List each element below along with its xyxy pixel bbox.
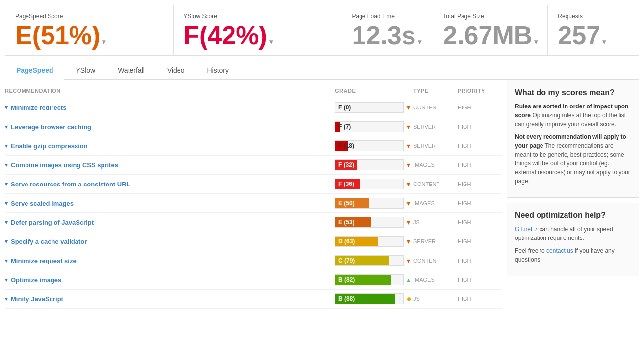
priority-cell: HIGH <box>458 238 502 244</box>
expand-arrow: ▾ <box>5 162 8 168</box>
grade-bar-text: F (7) <box>335 123 351 130</box>
pagespeed-score-label: PageSpeed Score <box>15 13 163 20</box>
row-text: Enable gzip compression <box>11 142 88 150</box>
expand-arrow: ▾ <box>5 200 8 207</box>
scores-meaning-p1: Rules are sorted in order of impact upon… <box>515 102 631 129</box>
grade-bar-wrap: F (7) ▾ <box>335 121 413 132</box>
tab-pagespeed[interactable]: PageSpeed <box>5 61 64 80</box>
expand-arrow: ▾ <box>5 238 8 245</box>
priority-cell: HIGH <box>458 124 502 130</box>
priority-cell: HIGH <box>458 143 502 149</box>
type-cell: CONTENT <box>413 258 458 264</box>
page-size-block[interactable]: Total Page Size 2.67MB▾ <box>433 5 548 55</box>
row-label[interactable]: ▾ Minimize request size <box>5 257 335 264</box>
optimization-help-title: Need optimization help? <box>515 211 631 220</box>
type-cell: IMAGES <box>413 200 458 206</box>
row-text: Minimize request size <box>11 257 77 264</box>
optimization-help-box: Need optimization help? GT.net can handl… <box>507 203 639 276</box>
grade-bar-text: D (63) <box>335 238 355 245</box>
tab-waterfall[interactable]: Waterfall <box>106 61 156 79</box>
tab-video[interactable]: Video <box>156 61 196 79</box>
scores-meaning-box: What do my scores mean? Rules are sorted… <box>507 80 639 198</box>
gtnet-link[interactable]: GT.net <box>515 226 538 233</box>
requests-value: 257▾ <box>558 23 629 48</box>
yslow-dropdown-arrow: ▾ <box>269 38 273 46</box>
requests-block[interactable]: Requests 257▾ <box>548 5 639 55</box>
page-size-arrow: ▾ <box>534 38 538 46</box>
priority-cell: HIGH <box>458 181 502 187</box>
type-cell: JS <box>413 296 458 302</box>
table-row: ▾ Enable gzip compression F (18) ▾ SERVE… <box>5 136 502 156</box>
requests-arrow: ▾ <box>602 38 606 46</box>
type-cell: SERVER <box>413 124 458 130</box>
row-text: Minimize redirects <box>11 104 66 111</box>
row-text: Specify a cache validator <box>11 238 87 245</box>
tab-history[interactable]: History <box>196 61 240 79</box>
grade-arrow-down: ▾ <box>407 257 410 264</box>
row-label[interactable]: ▾ Specify a cache validator <box>5 238 335 245</box>
type-cell: CONTENT <box>413 181 458 187</box>
scores-meaning-title: What do my scores mean? <box>515 88 631 97</box>
row-label[interactable]: ▾ Minimize redirects <box>5 104 335 111</box>
priority-cell: HIGH <box>458 258 502 264</box>
row-text: Minify JavaScript <box>11 295 63 303</box>
type-cell: SERVER <box>413 143 458 149</box>
pagespeed-score-block[interactable]: PageSpeed Score E(51%)▾ <box>5 5 174 55</box>
yslow-score-block[interactable]: YSlow Score F(42%)▾ <box>174 5 342 55</box>
priority-cell: HIGH <box>458 162 502 168</box>
grade-bar-container: F (36) <box>335 179 404 189</box>
table-header: RECOMMENDATION GRADE TYPE PRIORITY <box>5 84 502 98</box>
table-row: ▾ Specify a cache validator D (63) ▾ SER… <box>5 232 502 251</box>
row-label[interactable]: ▾ Serve scaled images <box>5 200 335 207</box>
grade-bar-wrap: F (0) ▾ <box>335 102 413 113</box>
type-cell: CONTENT <box>413 105 458 110</box>
grade-bar-text: F (36) <box>335 181 354 187</box>
p1-text: Optimizing rules at the top of the list … <box>515 112 626 128</box>
row-text: Leverage browser caching <box>11 123 91 131</box>
row-label[interactable]: ▾ Optimize images <box>5 276 335 284</box>
tab-yslow[interactable]: YSlow <box>64 61 106 79</box>
optimization-help-p2: Feel free to contact us if you have any … <box>515 246 631 264</box>
expand-arrow: ▾ <box>5 105 8 111</box>
grade-bar-wrap: F (32) ▾ <box>335 159 413 170</box>
contact-link[interactable]: contact us <box>546 247 573 254</box>
scores-panel: PageSpeed Score E(51%)▾ YSlow Score F(42… <box>5 5 639 56</box>
priority-cell: HIGH <box>458 219 502 225</box>
grade-bar-text: E (50) <box>335 200 355 207</box>
col-type: TYPE <box>413 88 458 94</box>
row-label[interactable]: ▾ Leverage browser caching <box>5 123 335 131</box>
row-label[interactable]: ▾ Serve resources from a consistent URL <box>5 181 335 188</box>
grade-bar-wrap: C (79) ▾ <box>335 255 413 266</box>
col-recommendation: RECOMMENDATION <box>5 88 335 94</box>
grade-bar-text: C (79) <box>335 257 355 264</box>
yslow-score-label: YSlow Score <box>183 13 332 20</box>
row-label[interactable]: ▾ Minify JavaScript <box>5 295 335 303</box>
optimization-help-p1: GT.net can handle all of your speed opti… <box>515 225 631 242</box>
metrics-blocks: Page Load Time 12.3s▾ Total Page Size 2.… <box>342 5 639 55</box>
grade-bar-wrap: F (36) ▾ <box>335 179 413 189</box>
expand-arrow: ▾ <box>5 219 8 226</box>
load-time-block[interactable]: Page Load Time 12.3s▾ <box>342 5 434 55</box>
grade-arrow-down: ▾ <box>407 218 410 226</box>
pagespeed-dropdown-arrow: ▾ <box>102 38 105 46</box>
table-row: ▾ Serve scaled images E (50) ▾ IMAGES HI… <box>5 194 502 213</box>
row-text: Optimize images <box>11 276 61 284</box>
row-label[interactable]: ▾ Enable gzip compression <box>5 142 335 150</box>
grade-bar-text: F (32) <box>335 161 354 168</box>
type-cell: SERVER <box>413 238 458 244</box>
row-label[interactable]: ▾ Defer parsing of JavaScript <box>5 219 335 226</box>
col-priority: PRIORITY <box>458 88 502 94</box>
grade-bar-container: F (7) <box>335 121 404 132</box>
type-cell: IMAGES <box>413 162 458 168</box>
row-label[interactable]: ▾ Combine images using CSS sprites <box>5 161 335 169</box>
grade-bar-container: F (32) <box>335 159 404 170</box>
grade-bar-text: B (82) <box>335 276 355 283</box>
table-row: ▾ Leverage browser caching F (7) ▾ SERVE… <box>5 117 502 136</box>
grade-arrow-up: ▴ <box>407 276 410 284</box>
tabs-bar: PageSpeed YSlow Waterfall Video History <box>5 61 639 80</box>
grade-arrow-down: ▾ <box>407 123 410 131</box>
grade-arrow-diamond: ◆ <box>407 295 411 302</box>
scores-meaning-p2: Not every recommendation will apply to y… <box>515 132 631 185</box>
pagespeed-score-value: E(51%)▾ <box>15 23 163 48</box>
yslow-score-value: F(42%)▾ <box>183 23 332 48</box>
